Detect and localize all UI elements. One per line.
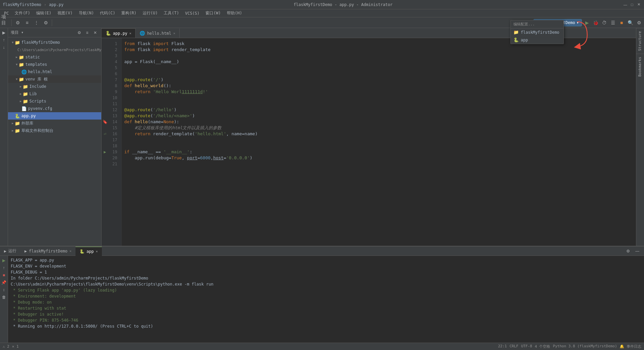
toolbar-settings-btn[interactable]: ⚙ — [42, 19, 50, 27]
todo-right-tab[interactable]: Bookmarks — [636, 54, 644, 79]
status-event-log[interactable]: 🔔 事件日志 — [620, 344, 641, 349]
dropdown-item-app[interactable]: 🐍 app — [511, 36, 564, 44]
tree-arrow-templates: ▼ — [15, 63, 19, 66]
settings-run-btn[interactable]: ⚙ — [635, 19, 643, 26]
app-tab-close[interactable]: ✕ — [96, 249, 98, 253]
left-btn-3[interactable]: ↓ — [1, 44, 7, 51]
tree-item-scratches[interactable]: ▶ 📁 草稿文件和控制台 — [8, 127, 101, 134]
tab-hello-html-close[interactable]: ✕ — [173, 31, 175, 35]
tree-item-hello-html[interactable]: 🌐 hello.html — [8, 68, 101, 75]
ln-4: 4 — [108, 59, 120, 65]
gutter-1 — [102, 41, 108, 47]
flask-tab-close[interactable]: ✕ — [69, 249, 71, 253]
project-tree: ▼ 📁 flaskMyfirstDemo C:\Users\admin\Pych… — [8, 37, 101, 246]
console-url-link[interactable]: http://127.0.0.1:5000/ — [44, 324, 98, 329]
menu-bar: PC文件(F)编辑(E)视图(V)导航(N)代码(C)重构(R)运行(U)工具(… — [0, 9, 644, 17]
console-clear-btn[interactable]: 🗑 — [1, 294, 7, 301]
left-btn-2[interactable]: ↑ — [1, 37, 7, 43]
console-output: FLASK_APP = app.py FLASK_ENV = developme… — [8, 256, 644, 343]
run-label-text: 运行 — [8, 248, 16, 254]
tree-label-lib: Lib — [29, 92, 37, 96]
search-run-btn[interactable]: 🔍 — [627, 19, 634, 26]
close-button[interactable]: ✕ — [636, 2, 641, 7]
status-indent[interactable]: 4 个空格 — [535, 344, 550, 349]
menu-item-u[interactable]: 运行(U) — [140, 10, 161, 17]
gutter-12 — [102, 107, 108, 113]
gutter-2 — [102, 47, 108, 53]
toolbar-btn-3[interactable]: ⋮ — [32, 19, 40, 27]
status-python[interactable]: Python 3.8 (flaskMyfirstDemo) — [553, 344, 617, 349]
debug-button[interactable]: 🐞 — [592, 19, 599, 26]
left-btn-1[interactable]: ▶ — [1, 29, 7, 36]
coverage-button[interactable]: ☰ — [609, 19, 617, 26]
tree-item-root[interactable]: ▼ 📁 flaskMyfirstDemo — [8, 39, 101, 46]
status-position[interactable]: 22:1 — [498, 344, 507, 349]
console-stop-btn[interactable]: ■ — [1, 272, 7, 279]
profile-button[interactable]: ⏱ — [601, 19, 608, 26]
dropdown-arrow-icon: ▾ — [577, 20, 579, 25]
sidebar-btn-2[interactable]: ≡ — [84, 29, 91, 36]
bottom-minimize-btn[interactable]: — — [633, 247, 641, 255]
menu-item-f[interactable]: 文件(F) — [12, 10, 33, 17]
dropdown-item-flask[interactable]: 📁 flaskMyfirstDemo — [511, 28, 564, 36]
dropdown-item-flask-label: flaskMyfirstDemo — [521, 30, 559, 35]
tree-item-static[interactable]: ▶ 📁 static — [8, 53, 101, 61]
folder-icon-root: 📁 — [15, 40, 20, 45]
status-errors[interactable]: ✕ 1 — [12, 344, 19, 349]
tab-app-py-close[interactable]: ✕ — [129, 31, 131, 35]
code-line-16: return render_template('hello.html', nam… — [124, 131, 633, 137]
status-encoding[interactable]: UTF-8 — [521, 344, 532, 349]
status-crlf[interactable]: CRLF — [509, 344, 518, 349]
tree-item-templates[interactable]: ▼ 📁 templates — [8, 61, 101, 68]
tree-item-include[interactable]: ▶ 📁 Include — [8, 83, 101, 90]
tree-item-external-lib[interactable]: ▶ 📁 外部库 — [8, 120, 101, 127]
structure-tab[interactable]: Structure — [636, 28, 644, 54]
minimize-button[interactable]: — — [623, 2, 628, 7]
code-line-12: @app.route('/hello') — [124, 107, 633, 113]
console-up-btn[interactable]: ↑ — [1, 265, 7, 271]
tab-flask-myfirst[interactable]: ▶ flaskMyfirstDemo ✕ — [20, 246, 75, 256]
code-line-18 — [124, 143, 633, 149]
tab-app[interactable]: 🐍 app ✕ — [75, 246, 102, 256]
toolbar-project-btn[interactable]: 项目 ▾ — [1, 19, 9, 27]
menu-item-n[interactable]: 导航(N) — [76, 10, 97, 17]
toolbar-btn-2[interactable]: ≡ — [23, 19, 31, 27]
console-flask-env: FLASK_ENV = development — [11, 263, 641, 269]
console-rerun-btn[interactable]: ▶ — [1, 257, 7, 264]
menu-item-vcss[interactable]: VCS(S) — [182, 10, 202, 16]
tree-item-pyvenv[interactable]: 📄 pyvenv.cfg — [8, 105, 101, 112]
tab-run-label[interactable]: ▶ 运行 — [0, 246, 20, 256]
stop-button[interactable]: ■ — [618, 19, 625, 26]
code-line-15: #定义模板库使用的html文件以及插入的参数 — [124, 125, 633, 131]
menu-item-v[interactable]: 视图(V) — [55, 10, 75, 17]
code-line-4: app = Flask(__name__) — [124, 59, 633, 65]
tab-app-py[interactable]: 🐍 app.py ✕ — [102, 28, 136, 38]
menu-item-h[interactable]: 帮助(H) — [224, 10, 245, 17]
toolbar-btn-1[interactable]: ⚙ — [14, 19, 22, 27]
gutter-13 — [102, 113, 108, 119]
maximize-button[interactable]: □ — [629, 2, 635, 7]
sidebar-btn-3[interactable]: ✕ — [92, 29, 99, 36]
menu-item-r[interactable]: 重构(R) — [119, 10, 139, 17]
menu-item-t[interactable]: 工具(T) — [161, 10, 182, 17]
tree-item-app-py[interactable]: 🐍 app.py — [8, 112, 101, 120]
tree-item-venv[interactable]: ▼ 📁 venv 库 根 — [8, 75, 101, 83]
sidebar-btn-1[interactable]: ⚙ — [76, 29, 83, 36]
status-warnings[interactable]: ⚠ 2 — [3, 344, 9, 349]
ln-5: 5 — [108, 65, 120, 71]
menu-item-w[interactable]: 窗口(W) — [203, 10, 223, 17]
menu-item-e[interactable]: 编辑(E) — [33, 10, 54, 17]
console-wrap-btn[interactable]: ↕ — [1, 287, 7, 293]
run-button[interactable]: ▶ — [583, 19, 591, 26]
console-pin-btn[interactable]: 📌 — [1, 279, 7, 286]
menu-item-c[interactable]: 代码(C) — [97, 10, 118, 17]
tree-arrow-static: ▶ — [15, 55, 19, 59]
bottom-settings-btn[interactable]: ⚙ — [624, 247, 632, 255]
tab-hello-html[interactable]: 🌐 hello.html ✕ — [136, 28, 179, 38]
status-bar-right: 22:1 CRLF UTF-8 4 个空格 Python 3.8 (flaskM… — [498, 344, 641, 349]
tree-arrow-lib: ▶ — [19, 92, 23, 96]
tree-item-scripts[interactable]: ▶ 📁 Scripts — [8, 98, 101, 105]
bottom-tabs: ▶ 运行 ▶ flaskMyfirstDemo ✕ 🐍 app ✕ ⚙ — — [0, 246, 644, 256]
tree-item-lib[interactable]: ▶ 📁 Lib — [8, 90, 101, 98]
code-content[interactable]: from flask import Flask from flask impor… — [122, 38, 636, 246]
